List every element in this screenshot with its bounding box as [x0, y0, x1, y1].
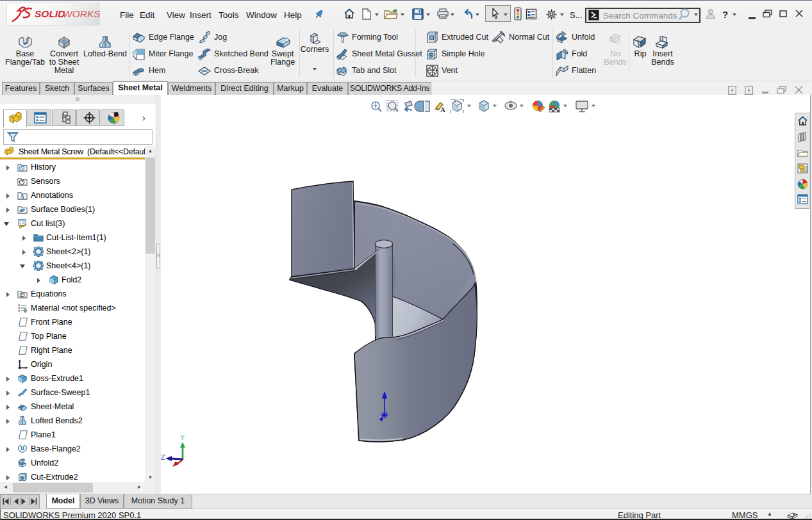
svg-text:Z: Z [161, 453, 165, 461]
svg-text:Σ: Σ [21, 293, 23, 298]
svg-text:SOLID: SOLID [35, 8, 65, 19]
svg-text:A: A [20, 193, 24, 200]
svg-text:Y: Y [180, 434, 185, 441]
svg-text:WORKS: WORKS [63, 8, 100, 19]
svg-text:A: A [440, 106, 445, 113]
